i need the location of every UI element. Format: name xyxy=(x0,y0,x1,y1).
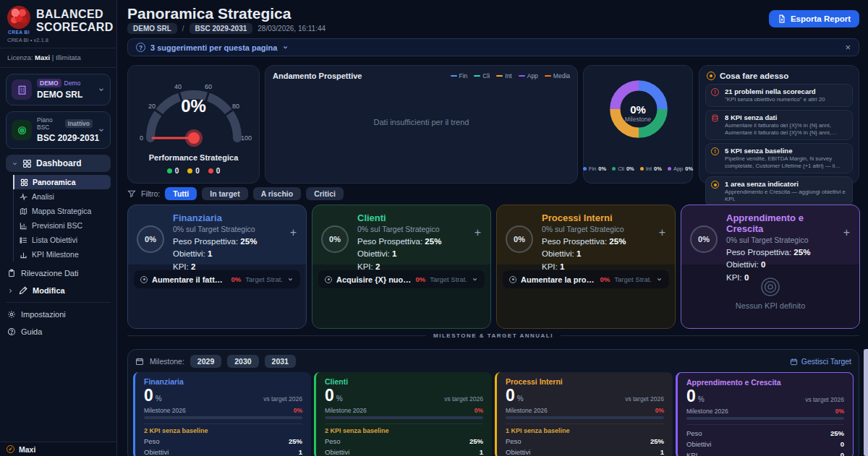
crea-bi-logo: CREA BI xyxy=(7,6,30,35)
breadcrumb-separator: / xyxy=(182,25,184,33)
gauge-status-legend: 0 0 0 xyxy=(128,167,259,175)
milestone-card-apprendimento: Apprendimento e Crescita 0%vs target 202… xyxy=(676,372,854,456)
baseline-warning: 2 KPI senza baseline xyxy=(144,427,302,434)
milestone-card-processi-interni: Processi Interni 0%vs target 2026 Milest… xyxy=(495,372,673,456)
perspective-title: Clienti xyxy=(357,212,472,223)
add-objective-button[interactable]: + xyxy=(475,227,481,238)
milestone-value: 0 xyxy=(325,387,334,404)
perspective-title: Processi Interni xyxy=(542,212,656,223)
progress-bar xyxy=(506,416,664,419)
performance-gauge-card: 0 20 40 60 80 100 0% Performance Strateg… xyxy=(127,65,260,184)
suggestions-label: 3 suggerimenti per questa pagina xyxy=(150,43,277,52)
chevron-down-icon xyxy=(287,276,294,283)
document-icon xyxy=(778,14,786,23)
legend-dot-int xyxy=(640,167,644,171)
add-objective-button[interactable]: + xyxy=(659,227,665,238)
plan-name: BSC 2029-2031 xyxy=(37,133,99,143)
company-badge: DEMO SRL xyxy=(127,23,177,34)
perspective-title: Apprendimento e Crescita xyxy=(726,212,841,234)
alert-icon: ! xyxy=(711,147,719,155)
app-title: BALANCED SCORECARD xyxy=(36,6,114,34)
sidebar-item-panoramica[interactable]: Panoramica xyxy=(13,175,111,189)
kpi-row[interactable]: Aumentare la produttività del {... 0% Ta… xyxy=(503,270,669,288)
sidebar-item-rilevazione-dati[interactable]: Rilevazione Dati xyxy=(0,264,116,282)
suggestions-bar[interactable]: ? 3 suggerimenti per questa pagina × xyxy=(127,38,859,56)
trend-title: Andamento Prospettive xyxy=(273,72,362,80)
todo-item-problemi[interactable]: ! 21 problemi nella scorecard "KPI senza… xyxy=(705,84,853,107)
chevron-down-icon xyxy=(472,276,478,283)
baseline-warning: 2 KPI senza baseline xyxy=(325,427,483,434)
footer-user-label: Maxi xyxy=(19,445,35,454)
crea-bi-logo-icon xyxy=(7,6,30,29)
right-edge-scroll-strip xyxy=(864,349,868,456)
filter-a-rischio[interactable]: A rischio xyxy=(253,187,302,200)
pencil-icon xyxy=(19,286,27,295)
perspective-score-ring: 0% xyxy=(690,225,718,253)
svg-text:60: 60 xyxy=(205,83,212,90)
donut-label: Milestone xyxy=(584,116,692,123)
plan-selector[interactable]: Piano BSCInattivo BSC 2029-2031 xyxy=(6,111,111,149)
milestone-section-divider: MILESTONE & TARGET ANNUALI xyxy=(127,332,859,339)
chevron-down-icon xyxy=(656,276,663,283)
todo-panel: Cosa fare adesso ! 21 problemi nella sco… xyxy=(699,65,859,184)
timestamp: 28/03/2026, 16:11:44 xyxy=(258,25,326,33)
sidebar-item-modifica[interactable]: Modifica xyxy=(0,282,116,299)
perspective-card-processi-interni: 0% Processi Interni 0% sul Target Strate… xyxy=(496,205,676,329)
kpi-row[interactable]: Aumentare il fatturato del {X}%... 0% Ta… xyxy=(134,270,300,288)
concentric-circles-icon xyxy=(760,276,781,298)
chevron-down-icon xyxy=(98,86,105,93)
trend-legend: Fin Cli Int App Media xyxy=(451,72,570,79)
year-2030-button[interactable]: 2030 xyxy=(227,355,258,368)
company-selector[interactable]: DEMODemo DEMO SRL xyxy=(6,74,111,106)
filter-critici[interactable]: Critici xyxy=(306,187,344,200)
empty-kpi-state: Nessun KPI definito xyxy=(681,276,859,310)
legend-dot-cli xyxy=(612,167,616,171)
close-icon[interactable]: × xyxy=(845,43,851,52)
sidebar-item-analisi[interactable]: Analisi xyxy=(14,189,111,204)
sidebar-item-previsioni-bsc[interactable]: Previsioni BSC xyxy=(14,218,111,233)
bar-chart-icon xyxy=(20,222,27,230)
add-objective-button[interactable]: + xyxy=(290,227,297,238)
milestone-panel: Milestone: 2029 2030 2031 Gestisci Targe… xyxy=(127,349,859,456)
filter-bar: Filtro: Tutti In target A rischio Critic… xyxy=(127,187,344,200)
sidebar-item-lista-obiettivi[interactable]: Lista Obiettivi xyxy=(14,233,111,247)
logo-caption: CREA BI xyxy=(7,30,30,35)
filter-tutti[interactable]: Tutti xyxy=(165,187,197,200)
add-objective-button[interactable]: + xyxy=(843,227,850,238)
sidebar-section-dashboard[interactable]: Dashboard xyxy=(6,155,111,172)
sidebar-item-guida[interactable]: Guida xyxy=(0,323,116,340)
donut-legend: Fin0% Cli0% Int0% App0% xyxy=(584,165,692,172)
sidebar-item-kpi-milestone[interactable]: KPI Milestone xyxy=(14,247,111,262)
sidebar-footer: ✓ Maxi xyxy=(0,442,116,456)
funnel-icon xyxy=(127,189,136,198)
year-2031-button[interactable]: 2031 xyxy=(265,355,296,368)
alert-icon: ! xyxy=(711,88,719,96)
manage-targets-button[interactable]: Gestisci Target xyxy=(790,357,851,366)
export-report-button[interactable]: Esporta Report xyxy=(769,10,859,27)
todo-header: Cosa fare adesso xyxy=(699,66,859,84)
sidebar-item-impostazioni[interactable]: Impostazioni xyxy=(0,306,116,323)
todo-item-kpi-senza-dati[interactable]: 8 KPI senza dati Aumentare il fatturato … xyxy=(705,110,853,140)
filter-label: Filtro: xyxy=(141,189,160,198)
plan-badge: BSC 2029-2031 xyxy=(190,23,253,34)
breadcrumb: DEMO SRL / BSC 2029-2031 28/03/2026, 16:… xyxy=(127,23,326,34)
chevron-down-icon xyxy=(282,44,289,51)
perspective-card-apprendimento: 0% Apprendimento e Crescita 0% sul Targe… xyxy=(681,205,860,329)
progress-bar xyxy=(144,416,302,419)
todo-item-kpi-senza-baseline[interactable]: ! 5 KPI senza baseline Pipeline vendite,… xyxy=(705,143,853,173)
milestone-card-finanziaria: Finanziaria 0%vs target 2026 Milestone 2… xyxy=(133,372,311,456)
gauge-title: Performance Strategica xyxy=(128,153,259,162)
kpi-target-icon xyxy=(509,276,516,283)
page-title: Panoramica Strategica xyxy=(127,5,291,22)
sidebar-item-mappa-strategica[interactable]: Mappa Strategica xyxy=(14,204,111,218)
filter-in-target[interactable]: In target xyxy=(202,187,247,200)
building-icon xyxy=(12,79,32,100)
target-icon xyxy=(711,181,719,189)
company-type: Demo xyxy=(64,79,81,87)
hint-icon: ? xyxy=(136,43,145,52)
perspective-score-ring: 0% xyxy=(321,225,349,253)
perspective-title: Finanziaria xyxy=(173,212,287,223)
year-2029-button[interactable]: 2029 xyxy=(190,355,221,368)
todo-item-area-senza-indicatori[interactable]: 1 area senza indicatori Apprendimento e … xyxy=(705,176,853,207)
kpi-row[interactable]: Acquisire {X} nuovi clienti in {N}... 0%… xyxy=(318,270,485,288)
